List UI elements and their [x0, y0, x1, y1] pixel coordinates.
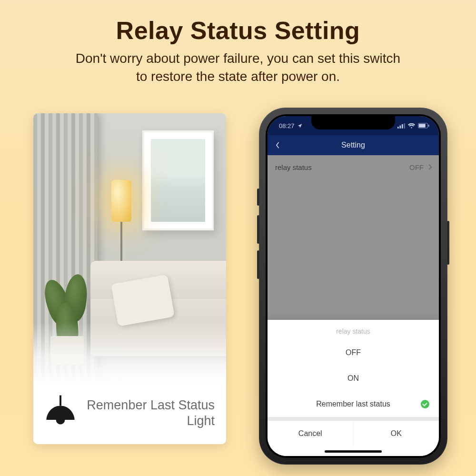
wifi-icon: [408, 123, 415, 129]
fade-overlay: [33, 322, 226, 384]
home-indicator[interactable]: [268, 446, 439, 456]
room-card: Remenber Last Status Light: [33, 113, 226, 444]
room-caption: Remenber Last Status Light: [33, 384, 226, 444]
svg-rect-1: [397, 127, 399, 129]
svg-rect-4: [404, 123, 405, 129]
back-button[interactable]: [274, 142, 281, 149]
cancel-button[interactable]: Cancel: [268, 421, 354, 446]
battery-icon: [418, 123, 429, 129]
room-illustration: [33, 113, 226, 384]
phone-screen: 08:27: [268, 116, 439, 456]
headline-subtitle-line1: Don't worry about power failure, you can…: [76, 51, 400, 66]
sheet-separator: [268, 417, 439, 421]
phone-volume-down: [257, 250, 259, 279]
promo-stage: Relay Status Setting Don't worry about p…: [0, 0, 476, 476]
ok-button[interactable]: OK: [354, 421, 439, 446]
phone-notch: [311, 116, 395, 129]
status-time: 08:27: [279, 122, 295, 129]
option-on[interactable]: ON: [268, 366, 439, 391]
headline: Relay Status Setting Don't worry about p…: [0, 0, 476, 86]
headline-title: Relay Status Setting: [0, 16, 476, 45]
svg-rect-2: [399, 125, 401, 128]
pendant-lamp-icon: [42, 395, 79, 432]
wall-frame: [142, 130, 214, 230]
phone-volume-up: [257, 215, 259, 244]
sheet-title: relay status: [268, 320, 439, 340]
relay-status-action-sheet: relay status OFF ON Remember last status…: [268, 320, 439, 456]
headline-subtitle: Don't worry about power failure, you can…: [0, 50, 476, 86]
headline-subtitle-line2: to restore the state after power on.: [136, 69, 340, 84]
caption-line1: Remenber Last Status: [85, 398, 215, 413]
option-off[interactable]: OFF: [268, 340, 439, 366]
phone-mockup: 08:27: [259, 108, 447, 465]
phone-side-button: [447, 221, 449, 265]
location-icon: [298, 122, 302, 129]
phone-mute-switch: [257, 188, 259, 206]
nav-bar: Setting: [268, 135, 439, 155]
caption-line2: Light: [85, 414, 215, 428]
cellular-icon: [397, 123, 405, 129]
option-remember-last-status[interactable]: Remember last status: [268, 391, 439, 417]
nav-title: Setting: [341, 141, 365, 149]
svg-rect-6: [419, 124, 426, 127]
svg-rect-7: [428, 125, 429, 127]
svg-rect-3: [402, 124, 403, 128]
